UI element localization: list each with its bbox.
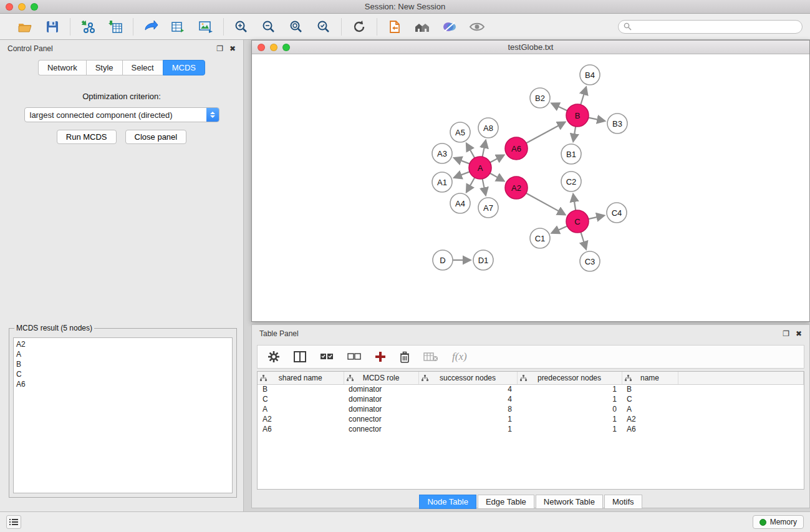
- close-window-button[interactable]: [6, 3, 13, 11]
- search-box[interactable]: [618, 20, 803, 34]
- zoom-out-icon[interactable]: [260, 19, 277, 35]
- table-cell[interactable]: dominator: [344, 394, 418, 404]
- graph-node-B4[interactable]: B4: [580, 65, 600, 85]
- table-cell[interactable]: connector: [344, 414, 418, 424]
- graph-edge-A-A7[interactable]: [483, 179, 486, 195]
- eye-icon[interactable]: [468, 19, 486, 35]
- graph-edge-A6-B[interactable]: [526, 122, 565, 143]
- column-header-mcds-role[interactable]: MCDS role: [344, 372, 418, 384]
- table-cell[interactable]: 4: [418, 394, 517, 404]
- tab-network-table[interactable]: Network Table: [536, 495, 603, 509]
- table-cell[interactable]: 1: [418, 414, 517, 424]
- network-overview-icon[interactable]: [413, 19, 431, 35]
- graph-edge-A-A4[interactable]: [466, 178, 475, 192]
- graph-node-D1[interactable]: D1: [473, 250, 493, 270]
- table-cell[interactable]: 1: [517, 394, 622, 404]
- table-cell[interactable]: 1: [517, 414, 622, 424]
- import-table-icon[interactable]: [107, 19, 124, 35]
- graph-node-C2[interactable]: C2: [561, 172, 581, 191]
- deselect-all-columns-icon[interactable]: [347, 352, 361, 361]
- table-cell[interactable]: 1: [517, 424, 622, 434]
- table-settings-gear-icon[interactable]: [268, 351, 280, 363]
- delete-column-icon[interactable]: [400, 351, 410, 363]
- tab-style[interactable]: Style: [86, 60, 122, 75]
- mcds-result-item[interactable]: C: [16, 369, 229, 379]
- column-header-shared-name[interactable]: shared name: [258, 372, 344, 384]
- graph-node-B3[interactable]: B3: [607, 114, 627, 133]
- graph-node-A7[interactable]: A7: [478, 198, 498, 218]
- show-columns-icon[interactable]: [294, 351, 306, 362]
- add-column-icon[interactable]: [375, 351, 386, 362]
- graph-node-B[interactable]: B: [566, 104, 589, 127]
- graphics-details-icon[interactable]: [441, 19, 458, 35]
- close-table-panel-icon[interactable]: ✖: [796, 330, 802, 337]
- graph-node-A8[interactable]: A8: [478, 118, 498, 138]
- graph-node-A[interactable]: A: [469, 157, 491, 179]
- table-cell[interactable]: 1: [418, 424, 517, 434]
- network-minimize-button[interactable]: [270, 44, 277, 51]
- tab-mcds[interactable]: MCDS: [163, 60, 205, 75]
- table-cell[interactable]: connector: [344, 424, 418, 434]
- graph-node-A5[interactable]: A5: [450, 122, 470, 142]
- table-cell[interactable]: dominator: [344, 384, 418, 394]
- tab-select[interactable]: Select: [122, 60, 163, 75]
- mcds-result-item[interactable]: A: [16, 349, 229, 359]
- graph-edge-C-C4[interactable]: [589, 216, 604, 220]
- run-mcds-button[interactable]: Run MCDS: [57, 130, 117, 144]
- float-table-panel-icon[interactable]: ❐: [783, 330, 789, 337]
- graph-node-A3[interactable]: A3: [432, 143, 452, 163]
- close-panel-button[interactable]: Close panel: [125, 130, 187, 144]
- column-header-predecessor-nodes[interactable]: predecessor nodes: [517, 372, 622, 384]
- graph-edge-B-B3[interactable]: [589, 118, 605, 121]
- graph-edge-C-C2[interactable]: [573, 195, 576, 210]
- table-cell[interactable]: 4: [418, 384, 517, 394]
- tab-network[interactable]: Network: [38, 60, 86, 75]
- mcds-result-list[interactable]: A2ABCA6: [13, 337, 233, 493]
- table-row[interactable]: A2connector11A2: [258, 414, 804, 424]
- mcds-result-item[interactable]: A6: [16, 379, 229, 389]
- network-close-button[interactable]: [258, 44, 265, 51]
- table-cell[interactable]: A2: [622, 414, 678, 424]
- table-cell[interactable]: C: [622, 394, 678, 404]
- graph-edge-A-A1[interactable]: [455, 172, 470, 177]
- graph-node-C1[interactable]: C1: [530, 228, 550, 248]
- minimize-window-button[interactable]: [18, 3, 26, 11]
- function-builder-icon[interactable]: f(x): [452, 351, 467, 363]
- table-cell[interactable]: 0: [517, 404, 622, 414]
- column-header-successor-nodes[interactable]: successor nodes: [418, 372, 517, 384]
- zoom-in-icon[interactable]: [233, 19, 250, 35]
- delete-table-icon[interactable]: [423, 352, 438, 362]
- table-cell[interactable]: dominator: [344, 404, 418, 414]
- graph-node-D[interactable]: D: [433, 250, 453, 270]
- graph-node-A2[interactable]: A2: [505, 177, 528, 199]
- open-document-icon[interactable]: [386, 19, 403, 35]
- column-header-name[interactable]: name: [622, 372, 678, 384]
- graph-edge-C-C1[interactable]: [552, 226, 567, 233]
- table-cell[interactable]: A6: [258, 424, 344, 434]
- graph-node-B2[interactable]: B2: [530, 88, 550, 108]
- graph-edge-A-A2[interactable]: [490, 173, 504, 181]
- graph-edge-B-B2[interactable]: [552, 104, 567, 111]
- refresh-layout-icon[interactable]: [350, 19, 368, 35]
- graph-node-A6[interactable]: A6: [505, 137, 528, 160]
- import-network-icon[interactable]: [79, 19, 97, 35]
- graph-node-C[interactable]: C: [566, 210, 589, 233]
- table-row[interactable]: Cdominator41C: [258, 394, 804, 404]
- network-canvas[interactable]: B4B2BB3A5A8A6A3B1AA1C2A2A4A7C4CC1DD1C3: [252, 54, 809, 321]
- tab-motifs[interactable]: Motifs: [604, 495, 642, 509]
- maximize-window-button[interactable]: [31, 3, 38, 11]
- graph-edge-C-C3[interactable]: [581, 232, 586, 249]
- table-row[interactable]: Bdominator41B: [258, 384, 804, 394]
- float-panel-icon[interactable]: ❐: [216, 45, 223, 52]
- graph-edge-A-A3[interactable]: [455, 158, 470, 163]
- select-all-columns-icon[interactable]: [320, 352, 334, 361]
- export-image-icon[interactable]: [197, 19, 215, 35]
- table-cell[interactable]: C: [258, 394, 344, 404]
- table-cell[interactable]: 8: [418, 404, 517, 414]
- close-panel-icon[interactable]: ✖: [229, 45, 236, 52]
- graph-node-A1[interactable]: A1: [432, 172, 452, 192]
- table-row[interactable]: A6connector11A6: [258, 424, 804, 434]
- graph-edge-A-A6[interactable]: [490, 155, 504, 163]
- table-cell[interactable]: B: [258, 384, 344, 394]
- graph-node-A4[interactable]: A4: [450, 193, 470, 213]
